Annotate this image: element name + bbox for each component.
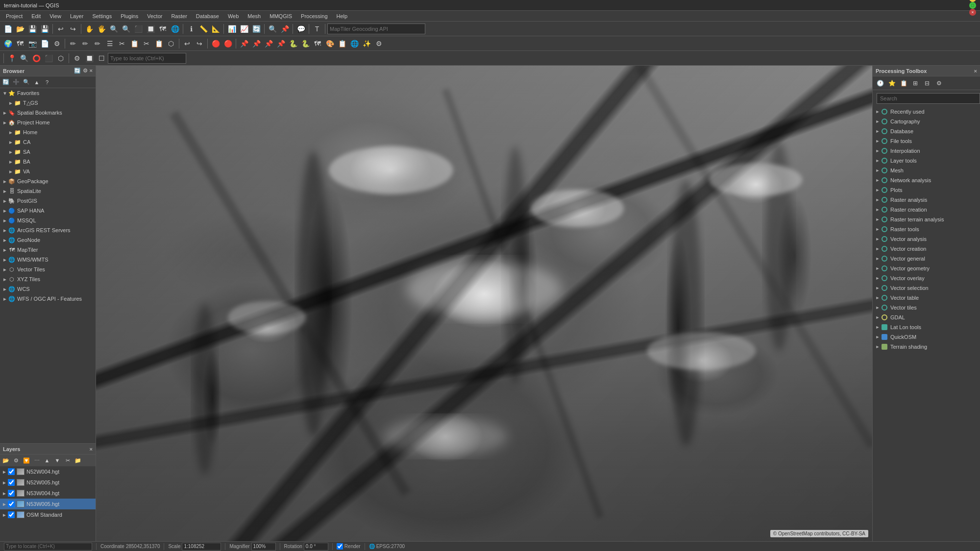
menu-help[interactable]: Help	[333, 12, 352, 20]
toolbar-pin[interactable]: 📌	[279, 23, 291, 35]
toolbox-vector-overlay[interactable]: ► Vector overlay	[873, 273, 980, 283]
toolbox-file-tools[interactable]: ► File tools	[873, 136, 980, 146]
browser-vector-tiles[interactable]: ► ⬡ Vector Tiles	[0, 264, 96, 274]
toolbar-measure2[interactable]: 📐	[210, 23, 221, 35]
tb2-snap5[interactable]: 🐍	[287, 38, 299, 49]
browser-wms[interactable]: ► 🌐 WMS/WMTS	[0, 255, 96, 264]
browser-ba[interactable]: ► 📁 BA	[0, 157, 96, 167]
tb2-magic[interactable]: ✨	[361, 38, 372, 49]
tb3-circle[interactable]: ⭕	[30, 52, 42, 64]
toolbar-layer-diagram[interactable]: 🔍	[267, 23, 278, 35]
toolbox-raster-tools[interactable]: ► Raster tools	[873, 224, 980, 234]
browser-bookmarks[interactable]: ► 🔖 Spatial Bookmarks	[0, 108, 96, 118]
toolbox-tb-expand[interactable]: ⊞	[910, 78, 921, 89]
tb2-cut[interactable]: ✂	[141, 38, 152, 49]
toolbox-quickosm[interactable]: ► QuickOSM	[873, 332, 980, 342]
browser-va[interactable]: ► 📁 VA	[0, 167, 96, 176]
tb3-select2[interactable]: 🔲	[83, 52, 95, 64]
layers-tb-down[interactable]: ▼	[52, 455, 62, 465]
toolbox-vector-table[interactable]: ► Vector table	[873, 293, 980, 303]
toolbar-measure[interactable]: 📏	[197, 23, 209, 35]
layers-tb-properties[interactable]: ⚙	[11, 455, 21, 465]
toolbox-vector-general[interactable]: ► Vector general	[873, 254, 980, 264]
minimize-button[interactable]: −	[969, 0, 976, 2]
epsg-display[interactable]: 🌐 EPSG:27700	[369, 544, 405, 549]
tb2-snap3[interactable]: 📌	[263, 38, 274, 49]
toolbar-zoom-native[interactable]: 🔲	[145, 23, 156, 35]
layers-tb-remove[interactable]: ✂	[63, 455, 73, 465]
browser-favorites[interactable]: ▼ ⭐ Favorites	[0, 88, 96, 98]
tb2-copy[interactable]: 📋	[128, 38, 140, 49]
toolbar-text-annotation[interactable]: T	[311, 23, 323, 35]
browser-sap-hana[interactable]: ► 🔵 SAP HANA	[0, 206, 96, 216]
toolbar-refresh[interactable]: 🔄	[250, 23, 262, 35]
menu-plugins[interactable]: Plugins	[117, 12, 142, 20]
tb3-locate[interactable]: 📍	[6, 52, 18, 64]
tb2-select[interactable]: ☰	[104, 38, 116, 49]
browser-wcs[interactable]: ► 🌐 WCS	[0, 284, 96, 294]
toolbox-lat-lon-tools[interactable]: ► Lat Lon tools	[873, 322, 980, 332]
locate-statusbar-input[interactable]	[4, 543, 92, 551]
toolbox-vector-geometry[interactable]: ► Vector geometry	[873, 264, 980, 273]
tb2-browser-btn[interactable]: 🌐	[348, 38, 360, 49]
toolbox-search-input[interactable]	[877, 93, 980, 104]
menu-mmqgis[interactable]: MMQGIS	[266, 12, 296, 20]
browser-arcgis[interactable]: ► 🌐 ArcGIS REST Servers	[0, 225, 96, 235]
tb2-scale[interactable]: ↪	[194, 38, 205, 49]
browser-tb-help[interactable]: ?	[42, 77, 52, 87]
tb2-vector[interactable]: 🗺	[14, 38, 26, 49]
tb2-paste[interactable]: 📋	[153, 38, 165, 49]
menu-view[interactable]: View	[46, 12, 65, 20]
toolbar-save-as[interactable]: 💾	[39, 23, 50, 35]
browser-ca[interactable]: ► 📁 CA	[0, 137, 96, 147]
toolbox-mesh[interactable]: ► Mesh	[873, 166, 980, 175]
menu-project[interactable]: Project	[2, 12, 26, 20]
tb3-rect[interactable]: ⬛	[43, 52, 54, 64]
tb2-edit3[interactable]: ✏	[92, 38, 103, 49]
maximize-button[interactable]: □	[969, 2, 976, 9]
tb3-poly[interactable]: ⬡	[55, 52, 67, 64]
tb2-rotate[interactable]: ↩	[181, 38, 193, 49]
toolbar-zoom-out[interactable]: 🔍	[120, 23, 132, 35]
browser-tags[interactable]: ► 📁 T△GS	[0, 98, 96, 108]
toolbar-open[interactable]: 📂	[14, 23, 26, 35]
layers-tb-more[interactable]: ⋯	[32, 455, 42, 465]
layers-tb-up[interactable]: ▲	[42, 455, 52, 465]
toolbox-vector-analysis[interactable]: ► Vector analysis	[873, 234, 980, 244]
toolbox-interpolation[interactable]: ► Interpolation	[873, 146, 980, 156]
browser-wfs[interactable]: ► 🌐 WFS / OGC API - Features	[0, 294, 96, 304]
browser-mssql[interactable]: ► 🔵 MSSQL	[0, 216, 96, 225]
toolbar-zoom-in[interactable]: 🔍	[108, 23, 120, 35]
layer-item-n53w004[interactable]: ► N53W004.hgt	[0, 488, 96, 499]
browser-tb-refresh[interactable]: 🔄	[1, 77, 11, 87]
toolbox-raster-analysis[interactable]: ► Raster analysis	[873, 195, 980, 205]
tb3-settings[interactable]: ⚙	[71, 52, 83, 64]
toolbox-recently-used[interactable]: ► Recently used	[873, 107, 980, 117]
browser-sa[interactable]: ► 📁 SA	[0, 147, 96, 157]
browser-refresh-icon[interactable]: 🔄	[74, 68, 81, 74]
menu-edit[interactable]: Edit	[27, 12, 45, 20]
map-area[interactable]: © OpenStreetMap contributors, CC-BY-SA	[96, 66, 872, 541]
render-checkbox[interactable]	[337, 543, 343, 550]
browser-postgis[interactable]: ► 🐘 PostGIS	[0, 196, 96, 206]
tb2-node[interactable]: ⬡	[165, 38, 177, 49]
browser-home[interactable]: ► 📁 Home	[0, 127, 96, 137]
layer-n53w004-checkbox[interactable]	[8, 490, 15, 497]
browser-geonode[interactable]: ► 🌐 GeoNode	[0, 235, 96, 245]
geocoding-input[interactable]	[327, 24, 425, 34]
layer-item-n52w004[interactable]: ► N52W004.hgt	[0, 466, 96, 477]
toolbar-open-table[interactable]: 📊	[226, 23, 238, 35]
toolbox-terrain-shading[interactable]: ► Terrain shading	[873, 342, 980, 352]
magnifier-input[interactable]	[251, 543, 276, 551]
toolbar-save[interactable]: 💾	[26, 23, 38, 35]
tb2-delete[interactable]: ✂	[116, 38, 128, 49]
menu-settings[interactable]: Settings	[88, 12, 116, 20]
tb2-python[interactable]: 🐍	[299, 38, 311, 49]
toolbox-database[interactable]: ► Database	[873, 126, 980, 136]
toolbar-redo[interactable]: ↪	[67, 23, 79, 35]
layers-tb-group[interactable]: 📁	[73, 455, 83, 465]
toolbar-zoom-layer[interactable]: 🗺	[157, 23, 169, 35]
tb2-layout[interactable]: 📋	[336, 38, 348, 49]
toolbox-tb-favorite[interactable]: ⭐	[886, 78, 897, 89]
tb2-err1[interactable]: 🔴	[210, 38, 221, 49]
